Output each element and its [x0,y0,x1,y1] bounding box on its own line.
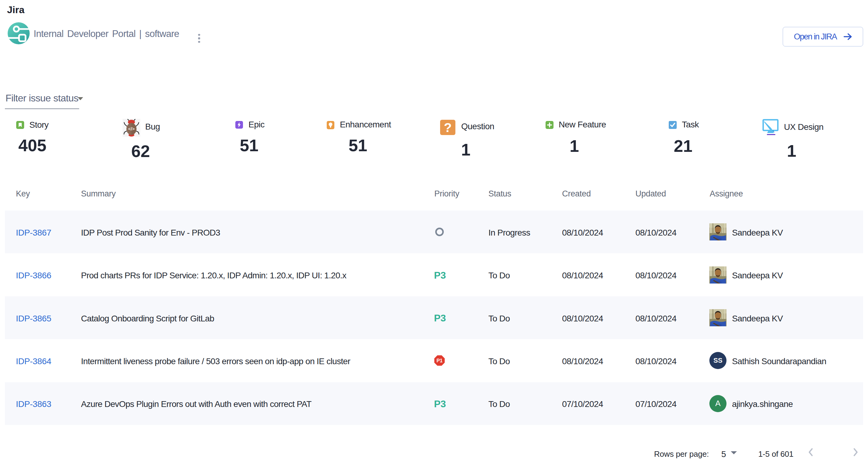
svg-text:P1: P1 [436,358,442,363]
svg-text:</>: </> [128,126,135,131]
